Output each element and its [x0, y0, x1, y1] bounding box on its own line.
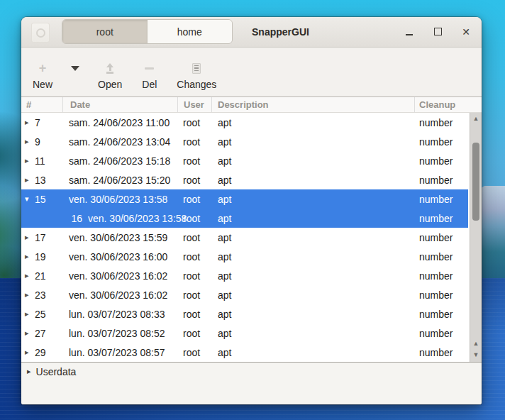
triangle-right-icon[interactable]: ▸ [25, 348, 33, 356]
maximize-icon [434, 28, 442, 35]
snapshot-cleanup: number [415, 328, 468, 339]
table-row[interactable]: ▸29lun. 03/07/2023 08:57rootaptnumber [21, 343, 468, 362]
snapshot-number-cell: ▸27 [21, 328, 63, 339]
open-button[interactable]: Open [98, 62, 122, 90]
snapshot-number-cell: 16 [21, 213, 82, 224]
table-row[interactable]: ▾15ven. 30/06/2023 13:58rootaptnumber [21, 189, 468, 209]
column-header-cleanup[interactable]: Cleanup [415, 97, 482, 112]
snapshot-number: 7 [35, 117, 40, 128]
minimize-icon [406, 28, 413, 35]
snapshot-number-cell: ▸23 [21, 289, 63, 301]
triangle-right-icon[interactable]: ▸ [25, 310, 33, 318]
snapshot-number: 25 [35, 309, 46, 320]
snapshot-number: 15 [35, 194, 46, 205]
table-row[interactable]: ▸11sam. 24/06/2023 15:18rootaptnumber [21, 151, 468, 170]
table-row[interactable]: ▸21ven. 30/06/2023 16:02rootaptnumber [21, 266, 468, 285]
snapshot-number: 11 [35, 155, 45, 167]
snapshot-cleanup: number [415, 309, 468, 320]
titlebar[interactable]: root home SnapperGUI ✕ [21, 17, 482, 48]
column-header-user[interactable]: User [178, 97, 212, 112]
snapshot-description: apt [212, 289, 415, 301]
triangle-right-icon[interactable]: ▸ [25, 157, 33, 165]
close-button[interactable]: ✕ [457, 23, 475, 40]
triangle-right-icon[interactable]: ▸ [25, 138, 33, 145]
snapshot-date: ven. 30/06/2023 16:02 [63, 270, 178, 282]
snapshot-description: apt [212, 251, 415, 262]
snapshot-user: root [178, 213, 212, 224]
snapshot-user: root [178, 194, 212, 205]
snapshot-date: lun. 03/07/2023 08:52 [63, 328, 178, 339]
triangle-right-icon[interactable]: ▸ [25, 253, 33, 260]
triangle-right-icon[interactable]: ▸ [25, 329, 33, 337]
scroll-up-bottom-icon[interactable]: ▲ [470, 341, 482, 347]
tab-root[interactable]: root [62, 20, 148, 43]
snapshot-cleanup: number [415, 270, 468, 282]
snapshot-date: lun. 03/07/2023 08:57 [63, 347, 178, 358]
userdata-expander-row[interactable]: ▸ Userdata [21, 363, 482, 380]
triangle-right-icon[interactable]: ▸ [25, 291, 33, 299]
snapshot-user: root [178, 251, 212, 262]
snapshot-number: 21 [35, 270, 46, 282]
column-header-date[interactable]: Date [63, 97, 178, 112]
snapshot-cleanup: number [415, 175, 468, 186]
table-row[interactable]: ▸27lun. 03/07/2023 08:52rootaptnumber [21, 324, 468, 343]
maximize-button[interactable] [429, 23, 446, 40]
upload-arrow-icon [105, 62, 115, 74]
snapshot-cleanup: number [415, 136, 468, 148]
tab-home[interactable]: home [148, 20, 233, 43]
snapshot-rows: ▸7sam. 24/06/2023 11:00rootaptnumber▸9sa… [21, 113, 468, 362]
app-snapshot-icon-button[interactable] [31, 23, 50, 43]
scroll-down-icon[interactable]: ▼ [470, 352, 482, 358]
window-title: SnapperGUI [252, 17, 309, 46]
minimize-button[interactable] [401, 23, 418, 40]
triangle-right-icon[interactable]: ▸ [25, 272, 33, 280]
snapshot-description: apt [212, 175, 415, 186]
table-row[interactable]: ▸9sam. 24/06/2023 13:04rootaptnumber [21, 132, 468, 151]
snapshot-number-cell: ▸11 [21, 155, 63, 167]
snapshot-description: apt [212, 328, 415, 339]
table-row[interactable]: ▸13sam. 24/06/2023 15:20rootaptnumber [21, 170, 468, 189]
snapshot-description: apt [212, 194, 415, 205]
snapshot-date: lun. 03/07/2023 08:33 [63, 309, 178, 320]
snapshot-number-cell: ▸29 [21, 347, 63, 358]
snapshot-description: apt [212, 117, 415, 128]
triangle-right-icon: ▸ [27, 368, 31, 375]
snapshot-number-cell: ▸25 [21, 309, 63, 320]
snapshot-number-cell: ▸21 [21, 270, 63, 282]
snapshot-date: ven. 30/06/2023 16:02 [63, 289, 178, 301]
snapshot-number: 9 [35, 136, 40, 148]
table-row[interactable]: ▸19ven. 30/06/2023 16:00rootaptnumber [21, 247, 468, 266]
snapshot-date: sam. 24/06/2023 15:18 [63, 155, 178, 167]
new-button[interactable]: + New [33, 62, 52, 90]
table-row[interactable]: ▸23ven. 30/06/2023 16:02rootaptnumber [21, 285, 468, 304]
triangle-right-icon[interactable]: ▸ [25, 233, 33, 241]
snapshot-number-cell: ▸7 [21, 117, 63, 128]
snapshot-cleanup: number [415, 289, 468, 301]
vertical-scrollbar[interactable]: ▲ ▲ ▼ [470, 113, 482, 362]
snapshot-user: root [178, 309, 212, 320]
userdata-panel: ▸ Userdata [21, 363, 482, 404]
triangle-down-icon[interactable]: ▾ [25, 195, 33, 203]
new-button-label: New [33, 79, 52, 90]
snapshot-cleanup: number [415, 347, 468, 358]
table-row[interactable]: ▸25lun. 03/07/2023 08:33rootaptnumber [21, 304, 468, 324]
table-row[interactable]: 16ven. 30/06/2023 13:58rootaptnumber [21, 209, 468, 228]
table-row[interactable]: ▸7sam. 24/06/2023 11:00rootaptnumber [21, 113, 468, 132]
scrollbar-thumb[interactable] [472, 143, 479, 221]
triangle-right-icon[interactable]: ▸ [25, 176, 33, 184]
table-row[interactable]: ▸17ven. 30/06/2023 15:59rootaptnumber [21, 228, 468, 247]
column-header-description[interactable]: Description [212, 97, 415, 112]
del-button[interactable]: Del [142, 62, 157, 90]
snapshot-description: apt [212, 155, 415, 167]
scroll-up-icon[interactable]: ▲ [470, 116, 482, 122]
changes-button[interactable]: Changes [177, 62, 216, 90]
snapshot-user: root [178, 347, 212, 358]
triangle-right-icon[interactable]: ▸ [25, 118, 33, 126]
snapshot-date: ven. 30/06/2023 16:00 [63, 251, 178, 262]
column-header-num[interactable]: # [21, 97, 63, 112]
new-menu-button[interactable] [71, 66, 79, 71]
snapshot-cleanup: number [415, 117, 468, 128]
changes-button-label: Changes [177, 79, 216, 90]
snapshot-user: root [178, 289, 212, 301]
snapshot-user: root [178, 117, 212, 128]
